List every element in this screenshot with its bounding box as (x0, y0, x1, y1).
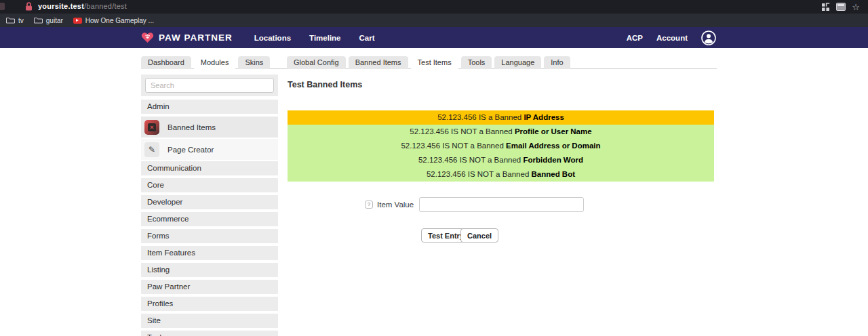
tab-dashboard[interactable]: Dashboard (141, 56, 191, 69)
test-results-box: 52.123.456 IS a Banned IP Address 52.123… (288, 110, 714, 182)
extensions-grid-icon[interactable] (821, 3, 830, 12)
result-row-forbidden-word: 52.123.456 IS NOT a Banned Forbidden Wor… (288, 153, 714, 167)
result-row-banned-bot: 52.123.456 IS NOT a Banned Banned Bot (288, 167, 714, 182)
lock-icon[interactable] (25, 2, 33, 11)
sidebar-item-page-creator[interactable]: ✎ Page Creator (141, 139, 278, 160)
bookmark-star-icon[interactable]: ☆ (852, 3, 860, 12)
browser-url-bar: yoursite.test/banned/test ☆ (0, 0, 868, 14)
tab-skins[interactable]: Skins (238, 56, 270, 69)
account-avatar-icon[interactable] (701, 30, 716, 45)
brand-logo[interactable]: Paw Partner (141, 32, 233, 43)
sidebar-section-listing[interactable]: Listing (141, 263, 278, 277)
result-row-profile: 52.123.456 IS NOT a Banned Profile or Us… (288, 125, 714, 139)
bookmark-folder-guitar[interactable]: guitar (34, 17, 63, 24)
sidebar-section-profiles[interactable]: Profiles (141, 297, 278, 311)
sidebar-section-developer[interactable]: Developer (141, 195, 278, 209)
heart-paw-icon (141, 32, 154, 43)
tab-info[interactable]: Info (544, 56, 570, 69)
tab-tools[interactable]: Tools (461, 56, 492, 69)
module-tab-group: Dashboard Modules Skins (141, 56, 270, 70)
sidebar-section-item-features[interactable]: Item Features (141, 246, 278, 260)
tab-language[interactable]: Language (494, 56, 541, 69)
sidebar-section-paw-partner[interactable]: Paw Partner (141, 280, 278, 294)
bookmark-folder-tv[interactable]: tv (6, 17, 24, 24)
bookmark-label: tv (18, 17, 24, 24)
help-icon[interactable]: ? (365, 201, 373, 209)
sidebar-section-site[interactable]: Site (141, 314, 278, 328)
nav-link-timeline[interactable]: Timeline (309, 34, 340, 42)
sidebar-section-ecommerce[interactable]: Ecommerce (141, 212, 278, 226)
page-creator-pencil-icon: ✎ (144, 142, 159, 157)
site-navbar: Paw Partner Locations Timeline Cart ACP … (0, 27, 868, 48)
sidebar-section-core[interactable]: Core (141, 178, 278, 192)
url-text[interactable]: yoursite.test/banned/test (38, 2, 127, 10)
folder-icon (34, 17, 43, 24)
sidebar-item-banned-items[interactable]: × Banned Items (141, 117, 278, 138)
youtube-icon (73, 18, 82, 24)
url-host: yoursite.test (38, 2, 84, 10)
sidebar-item-label: Banned Items (167, 123, 216, 131)
folder-icon (6, 17, 15, 24)
bookmark-label: guitar (46, 17, 63, 24)
sidebar-search-wrap (141, 75, 278, 96)
result-row-ip-address: 52.123.456 IS a Banned IP Address (288, 110, 714, 125)
brand-name: Paw Partner (159, 33, 233, 43)
sidebar-item-label: Page Creator (167, 146, 214, 154)
bookmark-youtube[interactable]: How One Gameplay ... (73, 17, 154, 24)
cancel-button[interactable]: Cancel (460, 228, 498, 243)
page-title: Test Banned Items (288, 80, 362, 89)
item-value-input[interactable] (419, 197, 584, 212)
item-value-label: Item Value (377, 201, 414, 209)
nav-link-account[interactable]: Account (656, 34, 688, 42)
banned-items-icon: × (144, 120, 159, 135)
clipped-edge-icon (0, 3, 5, 10)
sidebar-section-forms[interactable]: Forms (141, 229, 278, 243)
url-path: /banned/test (84, 2, 127, 10)
nav-link-cart[interactable]: Cart (359, 34, 375, 42)
sidebar-section-communication[interactable]: Communication (141, 161, 278, 175)
section-tab-group: Global Config Banned Items Test Items To… (287, 56, 570, 70)
nav-link-acp[interactable]: ACP (627, 34, 643, 42)
reader-card-icon[interactable] (836, 3, 846, 11)
tab-strip: Dashboard Modules Skins Global Config Ba… (141, 56, 717, 69)
nav-link-locations[interactable]: Locations (254, 34, 291, 42)
bookmarks-bar: tv guitar How One Gameplay ... (0, 14, 868, 27)
sidebar-section-admin[interactable]: Admin (141, 100, 278, 114)
result-row-email: 52.123.456 IS NOT a Banned Email Address… (288, 139, 714, 153)
sidebar-section-tools[interactable]: Tools (141, 331, 278, 336)
tab-test-items[interactable]: Test Items (411, 56, 458, 70)
tab-modules[interactable]: Modules (194, 56, 236, 70)
bookmark-label: How One Gameplay ... (85, 17, 154, 24)
module-sidebar: Admin × Banned Items ✎ Page Creator Comm… (141, 75, 278, 336)
tab-global-config[interactable]: Global Config (287, 56, 346, 69)
tab-banned-items[interactable]: Banned Items (349, 56, 408, 69)
search-input[interactable] (145, 78, 274, 93)
